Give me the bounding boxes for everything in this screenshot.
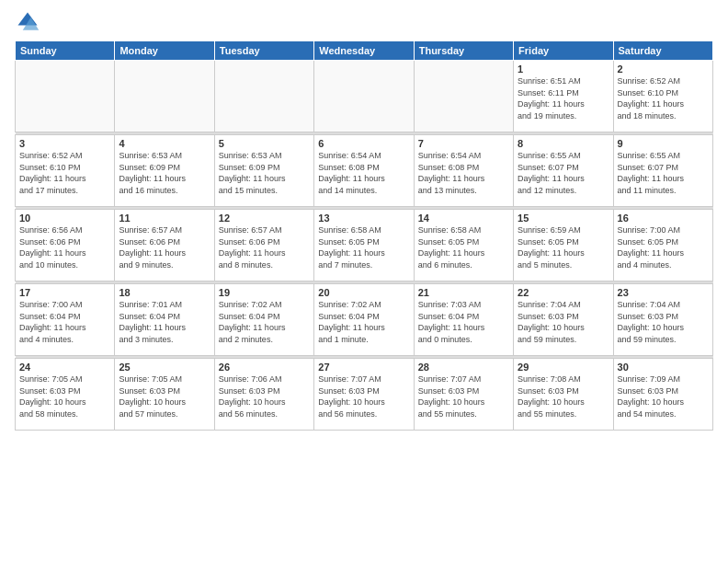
day-info: Sunrise: 7:01 AM Sunset: 6:04 PM Dayligh… xyxy=(119,299,210,345)
day-info: Sunrise: 7:00 AM Sunset: 6:04 PM Dayligh… xyxy=(19,299,110,345)
day-info: Sunrise: 6:55 AM Sunset: 6:07 PM Dayligh… xyxy=(518,150,609,196)
calendar-cell: 13Sunrise: 6:58 AM Sunset: 6:05 PM Dayli… xyxy=(314,210,414,282)
weekday-saturday: Saturday xyxy=(613,41,712,61)
calendar-cell xyxy=(16,61,115,132)
day-number: 21 xyxy=(418,287,509,298)
day-info: Sunrise: 7:05 AM Sunset: 6:03 PM Dayligh… xyxy=(19,373,110,419)
day-number: 15 xyxy=(518,213,609,224)
calendar-cell: 3Sunrise: 6:52 AM Sunset: 6:10 PM Daylig… xyxy=(16,135,115,207)
calendar-cell: 7Sunrise: 6:54 AM Sunset: 6:08 PM Daylig… xyxy=(414,135,513,207)
day-number: 12 xyxy=(219,213,310,224)
day-number: 16 xyxy=(618,213,709,224)
day-number: 8 xyxy=(518,138,609,149)
calendar-cell: 18Sunrise: 7:01 AM Sunset: 6:04 PM Dayli… xyxy=(115,284,214,356)
day-info: Sunrise: 6:54 AM Sunset: 6:08 PM Dayligh… xyxy=(318,150,409,196)
day-info: Sunrise: 7:02 AM Sunset: 6:04 PM Dayligh… xyxy=(318,299,409,345)
day-number: 25 xyxy=(119,362,210,373)
week-row-4: 24Sunrise: 7:05 AM Sunset: 6:03 PM Dayli… xyxy=(16,359,713,431)
day-number: 26 xyxy=(219,362,310,373)
day-info: Sunrise: 7:07 AM Sunset: 6:03 PM Dayligh… xyxy=(318,373,409,419)
day-number: 6 xyxy=(318,138,409,149)
calendar-cell: 12Sunrise: 6:57 AM Sunset: 6:06 PM Dayli… xyxy=(214,210,313,282)
calendar-cell: 1Sunrise: 6:51 AM Sunset: 6:11 PM Daylig… xyxy=(514,61,613,132)
calendar-cell: 21Sunrise: 7:03 AM Sunset: 6:04 PM Dayli… xyxy=(414,284,513,356)
day-info: Sunrise: 6:51 AM Sunset: 6:11 PM Dayligh… xyxy=(518,75,609,121)
calendar-cell: 11Sunrise: 6:57 AM Sunset: 6:06 PM Dayli… xyxy=(115,210,214,282)
day-info: Sunrise: 7:08 AM Sunset: 6:03 PM Dayligh… xyxy=(518,373,609,419)
day-number: 19 xyxy=(219,287,310,298)
calendar-cell: 4Sunrise: 6:53 AM Sunset: 6:09 PM Daylig… xyxy=(115,135,214,207)
weekday-thursday: Thursday xyxy=(414,41,513,61)
weekday-header-row: SundayMondayTuesdayWednesdayThursdayFrid… xyxy=(16,41,713,61)
weekday-friday: Friday xyxy=(514,41,613,61)
day-info: Sunrise: 7:03 AM Sunset: 6:04 PM Dayligh… xyxy=(418,299,509,345)
calendar-cell xyxy=(414,61,513,132)
day-number: 5 xyxy=(219,138,310,149)
day-number: 23 xyxy=(618,287,709,298)
calendar-cell: 9Sunrise: 6:55 AM Sunset: 6:07 PM Daylig… xyxy=(613,135,712,207)
day-info: Sunrise: 6:55 AM Sunset: 6:07 PM Dayligh… xyxy=(618,150,709,196)
calendar-cell: 22Sunrise: 7:04 AM Sunset: 6:03 PM Dayli… xyxy=(514,284,613,356)
calendar-cell xyxy=(115,61,214,132)
day-info: Sunrise: 7:00 AM Sunset: 6:05 PM Dayligh… xyxy=(618,224,709,270)
calendar-cell: 14Sunrise: 6:58 AM Sunset: 6:05 PM Dayli… xyxy=(414,210,513,282)
day-number: 14 xyxy=(418,213,509,224)
calendar-cell xyxy=(214,61,313,132)
day-number: 9 xyxy=(618,138,709,149)
weekday-sunday: Sunday xyxy=(16,41,115,61)
calendar-cell: 23Sunrise: 7:04 AM Sunset: 6:03 PM Dayli… xyxy=(613,284,712,356)
day-number: 3 xyxy=(19,138,110,149)
week-row-1: 3Sunrise: 6:52 AM Sunset: 6:10 PM Daylig… xyxy=(16,135,713,207)
day-info: Sunrise: 6:57 AM Sunset: 6:06 PM Dayligh… xyxy=(119,224,210,270)
day-info: Sunrise: 6:52 AM Sunset: 6:10 PM Dayligh… xyxy=(618,75,709,121)
day-number: 27 xyxy=(318,362,409,373)
day-number: 24 xyxy=(19,362,110,373)
calendar-cell: 26Sunrise: 7:06 AM Sunset: 6:03 PM Dayli… xyxy=(214,359,313,431)
weekday-tuesday: Tuesday xyxy=(214,41,313,61)
day-number: 28 xyxy=(418,362,509,373)
week-row-0: 1Sunrise: 6:51 AM Sunset: 6:11 PM Daylig… xyxy=(16,61,713,132)
calendar: SundayMondayTuesdayWednesdayThursdayFrid… xyxy=(15,40,713,431)
calendar-cell: 29Sunrise: 7:08 AM Sunset: 6:03 PM Dayli… xyxy=(514,359,613,431)
day-number: 1 xyxy=(518,63,609,75)
weekday-wednesday: Wednesday xyxy=(314,41,414,61)
day-number: 30 xyxy=(618,362,709,373)
day-info: Sunrise: 6:54 AM Sunset: 6:08 PM Dayligh… xyxy=(418,150,509,196)
calendar-cell: 24Sunrise: 7:05 AM Sunset: 6:03 PM Dayli… xyxy=(16,359,115,431)
calendar-cell: 30Sunrise: 7:09 AM Sunset: 6:03 PM Dayli… xyxy=(613,359,712,431)
day-info: Sunrise: 7:09 AM Sunset: 6:03 PM Dayligh… xyxy=(618,373,709,419)
day-number: 11 xyxy=(119,213,210,224)
calendar-cell: 20Sunrise: 7:02 AM Sunset: 6:04 PM Dayli… xyxy=(314,284,414,356)
day-info: Sunrise: 6:53 AM Sunset: 6:09 PM Dayligh… xyxy=(219,150,310,196)
logo xyxy=(15,9,44,35)
weekday-monday: Monday xyxy=(115,41,214,61)
logo-icon xyxy=(15,9,40,35)
day-info: Sunrise: 6:56 AM Sunset: 6:06 PM Dayligh… xyxy=(19,224,110,270)
day-info: Sunrise: 7:06 AM Sunset: 6:03 PM Dayligh… xyxy=(219,373,310,419)
day-info: Sunrise: 7:02 AM Sunset: 6:04 PM Dayligh… xyxy=(219,299,310,345)
day-number: 18 xyxy=(119,287,210,298)
day-info: Sunrise: 6:57 AM Sunset: 6:06 PM Dayligh… xyxy=(219,224,310,270)
day-info: Sunrise: 7:04 AM Sunset: 6:03 PM Dayligh… xyxy=(518,299,609,345)
calendar-cell: 10Sunrise: 6:56 AM Sunset: 6:06 PM Dayli… xyxy=(16,210,115,282)
day-info: Sunrise: 6:58 AM Sunset: 6:05 PM Dayligh… xyxy=(418,224,509,270)
day-info: Sunrise: 7:05 AM Sunset: 6:03 PM Dayligh… xyxy=(119,373,210,419)
calendar-cell: 6Sunrise: 6:54 AM Sunset: 6:08 PM Daylig… xyxy=(314,135,414,207)
day-number: 7 xyxy=(418,138,509,149)
page: SundayMondayTuesdayWednesdayThursdayFrid… xyxy=(0,0,728,440)
calendar-cell: 17Sunrise: 7:00 AM Sunset: 6:04 PM Dayli… xyxy=(16,284,115,356)
day-info: Sunrise: 7:07 AM Sunset: 6:03 PM Dayligh… xyxy=(418,373,509,419)
week-row-3: 17Sunrise: 7:00 AM Sunset: 6:04 PM Dayli… xyxy=(16,284,713,356)
week-row-2: 10Sunrise: 6:56 AM Sunset: 6:06 PM Dayli… xyxy=(16,210,713,282)
day-number: 13 xyxy=(318,213,409,224)
day-number: 29 xyxy=(518,362,609,373)
calendar-cell: 27Sunrise: 7:07 AM Sunset: 6:03 PM Dayli… xyxy=(314,359,414,431)
calendar-cell: 8Sunrise: 6:55 AM Sunset: 6:07 PM Daylig… xyxy=(514,135,613,207)
day-number: 10 xyxy=(19,213,110,224)
calendar-cell xyxy=(314,61,414,132)
calendar-cell: 15Sunrise: 6:59 AM Sunset: 6:05 PM Dayli… xyxy=(514,210,613,282)
day-info: Sunrise: 6:59 AM Sunset: 6:05 PM Dayligh… xyxy=(518,224,609,270)
day-info: Sunrise: 6:58 AM Sunset: 6:05 PM Dayligh… xyxy=(318,224,409,270)
calendar-cell: 19Sunrise: 7:02 AM Sunset: 6:04 PM Dayli… xyxy=(214,284,313,356)
day-number: 4 xyxy=(119,138,210,149)
